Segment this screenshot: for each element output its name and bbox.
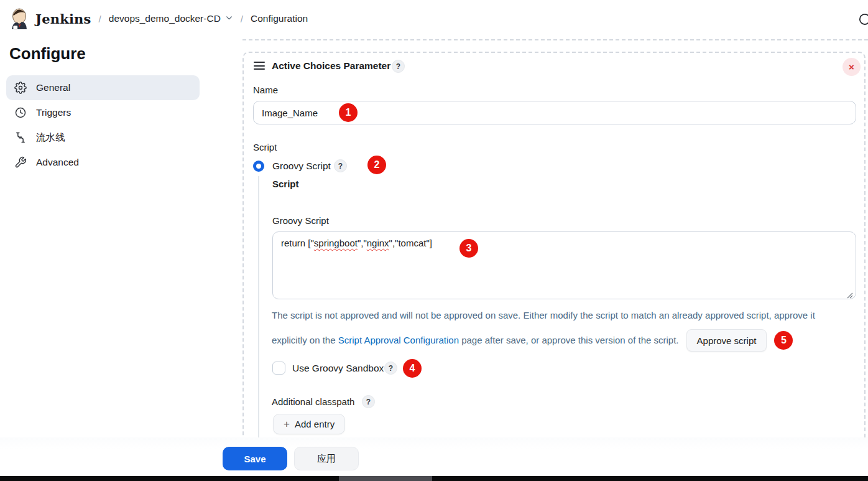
help-icon[interactable]: ? — [362, 395, 375, 408]
footer-action-bar — [0, 437, 868, 476]
resize-handle-icon[interactable] — [847, 290, 853, 296]
add-entry-button[interactable]: + Add entry — [273, 414, 345, 434]
sidebar-item-advanced[interactable]: Advanced — [6, 150, 200, 175]
groovy-script-radio[interactable] — [253, 161, 264, 172]
sidebar-item-label: 流水线 — [36, 131, 65, 144]
remove-parameter-button[interactable]: × — [843, 58, 861, 76]
chevron-down-icon[interactable] — [225, 13, 233, 24]
annotation-badge-2: 2 — [367, 156, 386, 174]
breadcrumb-job[interactable]: devops_demo_docker-CD — [109, 13, 221, 24]
name-label: Name — [253, 85, 278, 95]
annotation-badge-4: 4 — [403, 359, 422, 378]
apply-button[interactable]: 应用 — [294, 447, 359, 470]
wrench-icon — [14, 156, 27, 169]
sandbox-label: Use Groovy Sandbox — [292, 363, 384, 374]
script-approval-warning: The script is not approved and will not … — [272, 306, 862, 352]
taskbar-edge — [0, 476, 868, 481]
plus-icon: + — [284, 418, 290, 431]
clock-icon — [14, 106, 27, 119]
config-sidebar: General Triggers 流水线 Advanced — [6, 75, 200, 175]
help-icon[interactable]: ? — [384, 362, 397, 375]
groovy-script-textarea[interactable]: return ["springboot","nginx","tomcat"] — [272, 231, 856, 299]
script-text: return ["springboot","nginx","tomcat"] — [281, 238, 432, 248]
pipeline-icon — [14, 131, 27, 144]
groovy-script-field-label: Groovy Script — [272, 215, 329, 226]
use-groovy-sandbox-checkbox[interactable] — [272, 362, 285, 375]
warning-line-1: The script is not approved and will not … — [272, 306, 862, 325]
section-divider — [242, 39, 868, 40]
sidebar-item-triggers[interactable]: Triggers — [6, 100, 200, 125]
help-icon[interactable]: ? — [392, 60, 405, 73]
jenkins-logo[interactable] — [9, 7, 30, 30]
nested-script-label: Script — [272, 179, 299, 189]
save-button[interactable]: Save — [223, 447, 287, 470]
groovy-script-radio-label: Groovy Script — [272, 161, 331, 172]
drag-handle-icon[interactable] — [254, 62, 265, 70]
search-icon[interactable] — [857, 12, 868, 30]
annotation-badge-3: 3 — [459, 239, 478, 258]
nested-section-rule — [258, 176, 259, 437]
help-icon[interactable]: ? — [334, 159, 347, 172]
script-section-label: Script — [253, 142, 277, 152]
taskbar-edge-segment — [339, 476, 432, 481]
sidebar-item-label: Triggers — [36, 107, 71, 118]
breadcrumb-page: Configuration — [251, 13, 308, 24]
sidebar-item-label: General — [36, 82, 70, 93]
annotation-badge-1: 1 — [339, 103, 358, 122]
sidebar-item-general[interactable]: General — [6, 75, 200, 100]
parameter-type-title: Active Choices Parameter — [272, 60, 390, 72]
breadcrumb-separator: / — [99, 14, 101, 24]
annotation-badge-5: 5 — [774, 331, 793, 350]
sidebar-item-label: Advanced — [36, 157, 79, 168]
page-title: Configure — [9, 44, 86, 63]
breadcrumb-separator: / — [241, 14, 243, 24]
script-approval-configuration-link[interactable]: Script Approval Configuration — [338, 335, 459, 345]
brand-title[interactable]: Jenkins — [35, 11, 91, 27]
additional-classpath-label: Additional classpath — [272, 396, 354, 407]
approve-script-button[interactable]: Approve script — [686, 329, 767, 352]
gear-icon — [14, 82, 27, 94]
sidebar-item-pipeline[interactable]: 流水线 — [6, 125, 200, 150]
warning-line-2: explicitly on the Script Approval Config… — [272, 329, 862, 352]
top-bar: Jenkins / devops_demo_docker-CD / Config… — [0, 0, 868, 37]
add-entry-label: Add entry — [295, 419, 335, 429]
